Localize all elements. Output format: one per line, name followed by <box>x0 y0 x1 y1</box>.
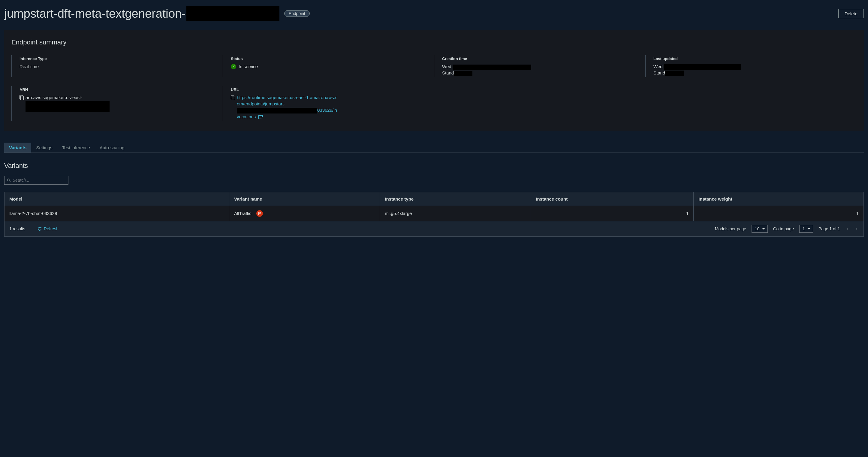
cell-instance-type: ml.g5.4xlarge <box>380 206 531 221</box>
table-header-row: Model Variant name Instance type Instanc… <box>4 192 864 206</box>
url-field: URL https://runtime.sagemaker.us-east-1.… <box>223 86 434 121</box>
last-updated-field: Last updated Wed Stand <box>645 55 857 77</box>
panel-title: Endpoint summary <box>11 38 857 46</box>
arn-redacted <box>26 101 110 112</box>
check-circle-icon: ✓ <box>231 64 236 69</box>
external-link-icon <box>258 115 262 119</box>
url-link[interactable]: https://runtime.sagemaker.us-east-1.amaz… <box>237 94 339 120</box>
col-model[interactable]: Model <box>4 192 229 206</box>
delete-button[interactable]: Delete <box>838 9 864 18</box>
go-to-page-select[interactable]: 1 <box>799 225 813 233</box>
arn-field: ARN arn:aws:sagemaker:us-east- <box>11 86 223 121</box>
title-redacted <box>186 6 279 21</box>
creation-time-label: Creation time <box>442 56 639 61</box>
copy-icon[interactable] <box>231 95 235 99</box>
page-header: jumpstart-dft-meta-textgeneration- Endpo… <box>4 0 864 30</box>
cell-instance-count: 1 <box>531 206 693 221</box>
results-count: 1 results <box>9 226 25 231</box>
status-field: Status ✓ In service <box>223 55 434 77</box>
arn-label: ARN <box>20 87 217 92</box>
svg-point-0 <box>7 179 10 181</box>
page-info: Page 1 of 1 <box>818 226 840 231</box>
copy-icon[interactable] <box>20 95 24 99</box>
refresh-icon <box>37 226 42 231</box>
creation-time-value: Wed Stand <box>442 63 639 76</box>
creation-time-redacted-2 <box>454 71 472 76</box>
url-redacted <box>237 108 317 114</box>
go-to-page-label: Go to page <box>773 226 794 231</box>
last-updated-value: Wed Stand <box>653 63 850 76</box>
tab-test-inference[interactable]: Test inference <box>57 143 95 153</box>
col-instance-type[interactable]: Instance type <box>380 192 531 206</box>
col-instance-weight[interactable]: Instance weight <box>693 192 864 206</box>
table-row[interactable]: llama-2-7b-chat-033629 AllTraffic P ml.g… <box>4 206 864 221</box>
variants-table: Model Variant name Instance type Instanc… <box>4 192 864 237</box>
last-updated-redacted-1 <box>664 64 741 70</box>
creation-time-redacted-1 <box>453 65 531 70</box>
tab-variants[interactable]: Variants <box>4 143 31 153</box>
search-input-wrapper[interactable] <box>4 176 68 185</box>
production-badge: P <box>256 210 263 217</box>
tab-settings[interactable]: Settings <box>31 143 57 153</box>
chevron-down-icon <box>807 228 810 230</box>
last-updated-redacted-2 <box>665 70 684 76</box>
endpoint-summary-panel: Endpoint summary Inference Type Real-tim… <box>4 30 864 131</box>
col-variant-name[interactable]: Variant name <box>229 192 380 206</box>
next-page-button[interactable]: › <box>855 226 859 232</box>
models-per-page-label: Models per page <box>715 226 746 231</box>
inference-type-label: Inference Type <box>20 56 217 61</box>
endpoint-badge: Endpoint <box>284 10 310 17</box>
summary-row-1: Inference Type Real-time Status ✓ In ser… <box>11 55 857 77</box>
inference-type-field: Inference Type Real-time <box>11 55 223 77</box>
title-prefix: jumpstart-dft-meta-textgeneration- <box>4 7 186 21</box>
inference-type-value: Real-time <box>20 63 217 70</box>
last-updated-label: Last updated <box>653 56 850 61</box>
header-left: jumpstart-dft-meta-textgeneration- Endpo… <box>4 6 310 21</box>
cell-model: llama-2-7b-chat-033629 <box>4 206 229 221</box>
search-input[interactable] <box>12 178 66 183</box>
cell-variant-name: AllTraffic P <box>229 206 380 221</box>
summary-row-2: ARN arn:aws:sagemaker:us-east- URL https… <box>11 86 857 121</box>
col-instance-count[interactable]: Instance count <box>531 192 693 206</box>
cell-instance-weight: 1 <box>693 206 864 221</box>
url-label: URL <box>231 87 428 92</box>
tab-auto-scaling[interactable]: Auto-scaling <box>95 143 129 153</box>
search-icon <box>7 178 11 182</box>
models-per-page-select[interactable]: 10 <box>751 225 768 233</box>
creation-time-field: Creation time Wed Stand <box>434 55 645 77</box>
table-footer: 1 results Refresh Models per page 10 Go … <box>4 221 864 236</box>
arn-value: arn:aws:sagemaker:us-east- <box>26 94 110 112</box>
chevron-down-icon <box>762 228 765 230</box>
svg-line-1 <box>10 181 10 182</box>
status-value: In service <box>239 63 258 70</box>
prev-page-button[interactable]: ‹ <box>845 226 849 232</box>
page-title: jumpstart-dft-meta-textgeneration- <box>4 6 279 21</box>
status-label: Status <box>231 56 428 61</box>
variants-section-title: Variants <box>4 162 864 170</box>
refresh-button[interactable]: Refresh <box>37 226 59 231</box>
tabs: Variants Settings Test inference Auto-sc… <box>4 143 864 153</box>
